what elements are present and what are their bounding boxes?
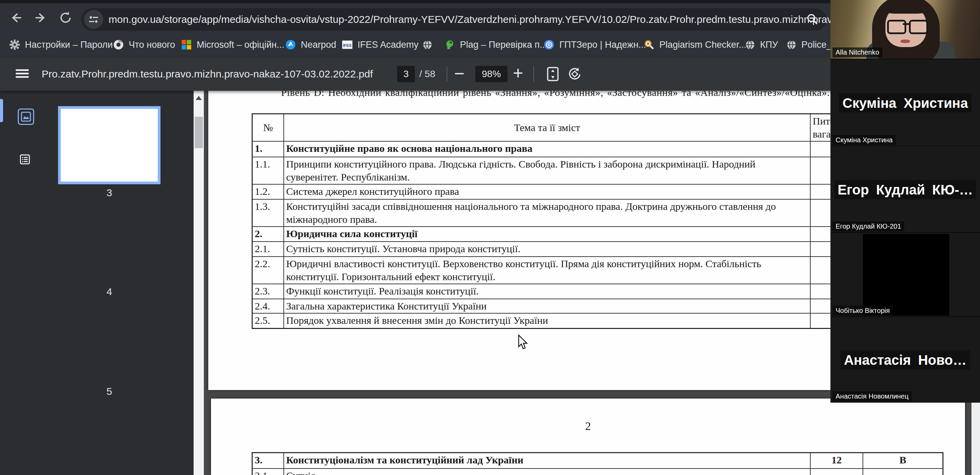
- pdf-title: Pro.zatv.Prohr.predm.testu.pravo.mizhn.p…: [42, 57, 373, 91]
- table-cell: В: [863, 453, 943, 469]
- table-cell: 1.3.: [252, 199, 284, 227]
- table-cell: Сутніс: [284, 469, 810, 475]
- table-row: 3.1.Сутніс: [252, 469, 943, 475]
- participant-tile[interactable]: Егор Кудлай КЮ-…Егор Кудлай КЮ-201: [830, 146, 980, 233]
- participant-big-name: Скуміна Христина: [830, 95, 980, 111]
- bookmark-label: Plagiarism Checker...: [659, 40, 746, 50]
- page-thumbnail-3[interactable]: [58, 106, 161, 184]
- bookmark-item[interactable]: Plagiarism Checker...: [644, 32, 746, 57]
- bookmark-label: Microsoft – офіційн...: [197, 40, 285, 50]
- menu-icon[interactable]: [16, 68, 29, 81]
- participant-name-label: Анастасія Новомлинец: [832, 391, 912, 401]
- bookmark-item[interactable]: Plag – Перевірка п...: [445, 32, 547, 57]
- zoom-in-icon[interactable]: +: [513, 57, 523, 91]
- table-cell: 1.: [252, 141, 284, 157]
- pdf-sidebar: 345: [0, 91, 204, 475]
- table-cell: Загальна характеристика Конституції Укра…: [284, 299, 810, 313]
- zoom-level[interactable]: 98%: [475, 66, 508, 82]
- table-cell: Порядок ухвалення й внесення змін до Кон…: [284, 313, 810, 328]
- thumbnails-view-button[interactable]: [18, 108, 34, 125]
- glasses-right: [909, 20, 928, 34]
- table-cell: Конституціоналізм та конституційний лад …: [284, 453, 810, 469]
- bookmark-item[interactable]: КПУ: [745, 32, 778, 57]
- bookmark-item[interactable]: [422, 32, 432, 57]
- table-cell: Конституційні засади співвідношення наці…: [284, 199, 810, 227]
- scroll-up-icon[interactable]: [194, 94, 204, 102]
- bookmark-item[interactable]: Microsoft – офіційн...: [181, 32, 285, 57]
- table-cell: 2.4.: [252, 299, 284, 313]
- table-cell: [863, 469, 943, 475]
- participant-tile[interactable]: Анастасія Ново…Анастасія Новомлинец: [830, 316, 980, 403]
- bookmark-item[interactable]: ГПТЗеро | Надежн...: [544, 32, 646, 57]
- participant-big-name: Анастасія Ново…: [830, 352, 980, 367]
- table-cell: Сутність конституції. Установча природа …: [284, 241, 810, 257]
- table-cell: Функції конституції. Реалізація конститу…: [284, 284, 810, 299]
- toolbar-divider: [533, 66, 534, 82]
- participant-tile[interactable]: Чобітько Вікторія: [830, 232, 980, 317]
- page1-top-line: Рівень D: Необхідний кваліфікаційний рів…: [252, 91, 900, 101]
- globe-icon: [786, 40, 796, 50]
- ifes-icon: IFES: [342, 40, 352, 50]
- page-total: / 58: [419, 57, 435, 91]
- globe-icon: [422, 40, 432, 50]
- table-header-cell: Тема та її зміст: [284, 114, 810, 141]
- table-cell: 3.: [252, 453, 284, 469]
- table-cell: Конституційне право як основа національн…: [284, 141, 810, 157]
- zoom-out-icon[interactable]: −: [454, 57, 465, 91]
- back-icon[interactable]: [8, 10, 24, 26]
- thumbnail-page-label: 4: [58, 286, 161, 297]
- participant-name-label: Чобітько Вікторія: [832, 306, 893, 316]
- bookmark-item[interactable]: Настройки – Пароли: [10, 32, 113, 57]
- table-cell: 2.2.: [252, 257, 284, 284]
- bookmark-label: ГПТЗеро | Надежн...: [559, 40, 646, 50]
- bookmark-label: Что нового: [129, 40, 175, 50]
- toolbar-divider: [447, 66, 447, 82]
- participant-tile[interactable]: Скуміна ХристинаСкуміна Христина: [830, 59, 980, 146]
- table-cell: 2.1.: [252, 241, 284, 257]
- glasses-left: [887, 20, 906, 34]
- page2-number: 2: [211, 420, 965, 433]
- fit-page-icon[interactable]: [545, 66, 561, 83]
- bookmark-item[interactable]: Что нового: [113, 32, 175, 57]
- table-cell: [810, 469, 863, 475]
- magnifier-icon: [644, 40, 654, 50]
- bookmark-label: IFES Academy: [358, 40, 418, 50]
- table-row: 3.Конституціоналізм та конституційний ла…: [252, 453, 943, 469]
- nearpod-icon: [285, 40, 296, 50]
- bookmark-label: Nearpod: [301, 40, 336, 50]
- presenter-video-tile[interactable]: Alla Nitchenko: [830, 0, 980, 59]
- table-cell: 2.5.: [252, 313, 284, 328]
- bookmark-item[interactable]: IFESIFES Academy: [342, 32, 418, 57]
- topics-table-page2: 3.Конституціоналізм та конституційний ла…: [252, 452, 943, 475]
- table-cell: 12: [810, 453, 863, 469]
- sidebar-scroll-thumb[interactable]: [195, 117, 203, 148]
- site-info-icon[interactable]: [84, 10, 103, 29]
- outline-view-button[interactable]: [18, 152, 32, 167]
- bookmark-label: Настройки – Пароли: [25, 40, 113, 50]
- rotate-icon[interactable]: [567, 66, 582, 83]
- thumbnail-page-label: 3: [58, 187, 161, 199]
- bookmark-item[interactable]: Nearpod: [285, 32, 336, 57]
- pdf-page-2: 2 3.Конституціоналізм та конституційний …: [211, 399, 965, 475]
- table-cell: Юридичні властивості конституції. Верхов…: [284, 257, 810, 284]
- mouse-cursor: [518, 334, 529, 350]
- table-cell: 1.1.: [252, 157, 284, 184]
- microsoft-icon: [181, 40, 192, 50]
- participant-name-label: Егор Кудлай КЮ-201: [832, 221, 904, 231]
- page-number-input[interactable]: 3: [397, 66, 415, 82]
- table-cell: Принципи конституційного права. Людська …: [284, 157, 810, 184]
- zoom-out-page-icon[interactable]: [806, 13, 819, 27]
- forward-icon[interactable]: [33, 10, 49, 26]
- reload-icon[interactable]: [57, 10, 74, 26]
- table-cell: 3.1.: [252, 469, 284, 475]
- sidebar-scrollbar[interactable]: [194, 91, 204, 475]
- active-view-indicator: [0, 99, 3, 122]
- participant-big-name: Егор Кудлай КЮ-…: [830, 182, 980, 197]
- table-cell: 2.: [252, 227, 284, 241]
- table-cell: Юридична сила конституції: [284, 227, 810, 241]
- table-cell: Система джерел конституційного права: [284, 184, 810, 199]
- plag-icon: [445, 40, 455, 50]
- address-bar[interactable]: mon.gov.ua/storage/app/media/vishcha-osv…: [81, 8, 826, 31]
- gpt-icon: [544, 40, 554, 50]
- gear-icon: [10, 40, 20, 50]
